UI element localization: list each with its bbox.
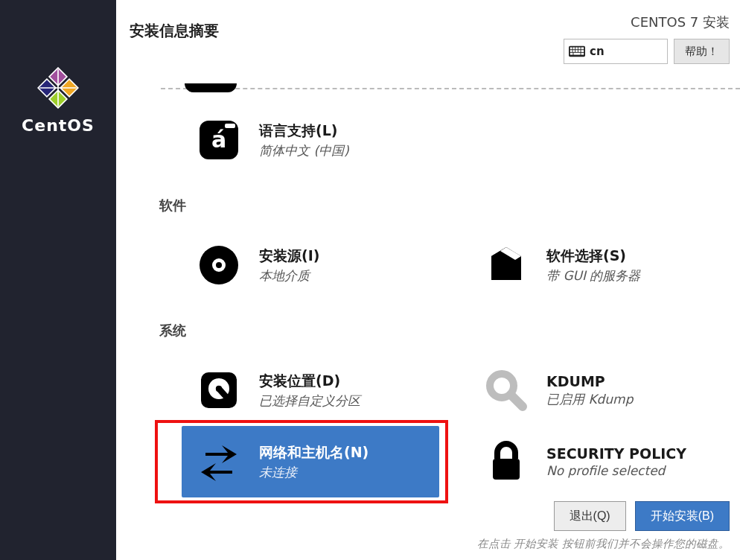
page-title: 安装信息摘要	[130, 21, 219, 41]
svg-point-29	[216, 386, 222, 392]
product-label: CENTOS 7 安装	[631, 13, 730, 31]
package-icon	[479, 238, 533, 292]
spoke-label: SECURITY POLICY	[546, 445, 686, 462]
help-button[interactable]: 帮助！	[674, 39, 730, 64]
svg-rect-16	[581, 50, 584, 52]
spoke-installation-source[interactable]: 安装源(I) 本地介质	[182, 229, 439, 301]
quit-button[interactable]: 退出(Q)	[554, 501, 626, 531]
spoke-status: No profile selected	[546, 463, 686, 478]
spoke-status: 未连接	[259, 464, 369, 481]
section-title-software: 软件	[159, 197, 727, 214]
scroll-cut-divider	[161, 88, 740, 89]
sidebar: CentOS	[0, 0, 116, 560]
spoke-language-support[interactable]: á 语言支持(L) 简体中文 (中国)	[182, 104, 439, 176]
installer-root: CentOS 安装信息摘要 CENTOS 7 安装 cn	[0, 0, 740, 560]
spoke-status: 已启用 Kdump	[546, 391, 633, 408]
spoke-label: 安装位置(D)	[259, 372, 360, 391]
svg-rect-14	[575, 50, 578, 52]
main-panel: 安装信息摘要 CENTOS 7 安装 cn 帮助！	[116, 0, 740, 560]
svg-rect-11	[581, 48, 584, 50]
spoke-label: 安装源(I)	[259, 246, 319, 266]
centos-logo-icon	[37, 67, 79, 109]
spoke-status: 本地介质	[259, 267, 319, 284]
svg-rect-18	[573, 53, 580, 55]
footer-hint: 在点击 开始安装 按钮前我们并不会操作您的磁盘。	[477, 537, 730, 551]
svg-rect-17	[570, 53, 573, 55]
spoke-label: 软件选择(S)	[546, 246, 640, 266]
svg-rect-13	[573, 50, 575, 52]
header: 安装信息摘要 CENTOS 7 安装 cn 帮助！	[116, 0, 740, 83]
spoke-status: 已选择自定义分区	[259, 392, 360, 410]
magnifier-icon	[479, 363, 533, 417]
spoke-status: 简体中文 (中国)	[259, 142, 349, 159]
svg-rect-12	[570, 50, 572, 52]
spoke-label: KDUMP	[546, 373, 633, 389]
svg-text:á: á	[211, 127, 226, 153]
language-icon: á	[192, 113, 246, 167]
spoke-network-hostname[interactable]: 网络和主机名(N) 未连接	[182, 426, 439, 497]
spoke-status: 带 GUI 的服务器	[546, 267, 640, 284]
keyboard-icon	[569, 45, 585, 57]
keyboard-layout-label: cn	[590, 45, 605, 58]
hard-drive-icon	[192, 363, 246, 417]
network-arrows-icon	[192, 435, 246, 489]
svg-rect-8	[573, 48, 575, 50]
begin-install-button[interactable]: 开始安装(B)	[635, 501, 730, 531]
svg-point-25	[216, 262, 222, 268]
svg-rect-19	[581, 53, 584, 55]
svg-rect-15	[578, 50, 581, 52]
spoke-software-selection[interactable]: 软件选择(S) 带 GUI 的服务器	[469, 229, 727, 301]
lock-icon	[479, 435, 533, 489]
spoke-installation-destination[interactable]: 安装位置(D) 已选择自定义分区	[182, 354, 439, 426]
spoke-security-policy[interactable]: SECURITY POLICY No profile selected	[469, 426, 727, 497]
spoke-label: 网络和主机名(N)	[259, 443, 369, 462]
svg-line-31	[511, 395, 523, 407]
svg-rect-10	[578, 48, 581, 50]
section-title-system: 系统	[159, 322, 727, 340]
svg-rect-32	[493, 459, 520, 480]
brand-label: CentOS	[22, 116, 95, 135]
content-area: á 语言支持(L) 简体中文 (中国) 软件	[116, 83, 740, 560]
spoke-label: 语言支持(L)	[259, 121, 349, 141]
svg-rect-22	[225, 124, 235, 128]
keyboard-layout-indicator[interactable]: cn	[564, 39, 668, 64]
svg-rect-7	[570, 48, 572, 50]
partial-icon	[185, 83, 237, 92]
spoke-kdump[interactable]: KDUMP 已启用 Kdump	[469, 354, 727, 426]
footer: 退出(Q) 开始安装(B) 在点击 开始安装 按钮前我们并不会操作您的磁盘。	[265, 501, 730, 551]
disc-icon	[192, 238, 246, 292]
svg-rect-9	[575, 48, 578, 50]
